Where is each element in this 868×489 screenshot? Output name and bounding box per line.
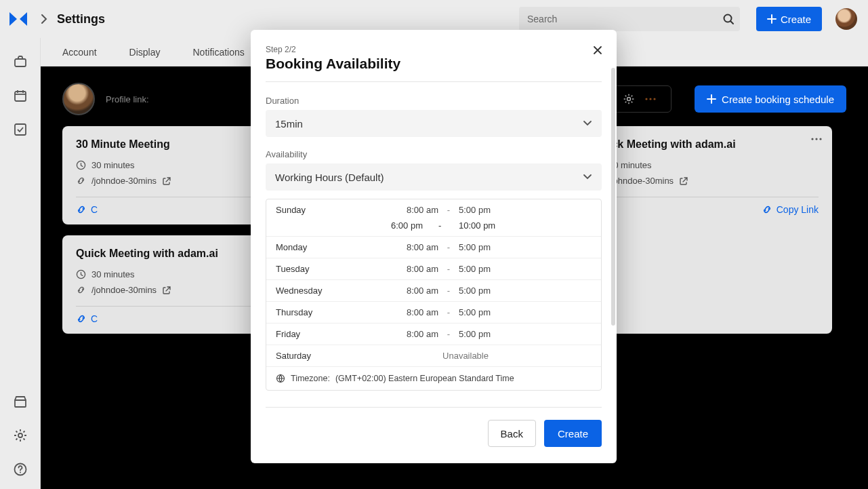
create-booking-schedule-label: Create booking schedule xyxy=(722,94,834,105)
modal-title: Booking Availability xyxy=(266,56,602,72)
booking-section: Profile link: Create booking schedule xyxy=(41,66,868,489)
close-icon xyxy=(592,45,603,56)
availability-row: Thursday 8:00 am - 5:00 pm xyxy=(266,302,601,324)
divider xyxy=(608,197,819,197)
availability-row: Friday 8:00 am - 5:00 pm xyxy=(266,324,601,345)
svg-point-12 xyxy=(645,98,647,100)
create-button[interactable]: Create xyxy=(544,420,602,447)
back-button[interactable]: Back xyxy=(488,420,536,447)
svg-rect-3 xyxy=(15,92,26,101)
page-title: Settings xyxy=(57,12,105,26)
chevron-right-icon xyxy=(41,14,47,24)
clock-icon xyxy=(76,160,86,170)
globe-icon xyxy=(276,374,285,383)
availability-table: Sunday 8:00 am - 5:00 pm 6:00 pm - 10:00… xyxy=(266,199,602,391)
create-button-label: Create xyxy=(781,14,811,25)
svg-point-17 xyxy=(811,138,813,140)
availability-row: Wednesday 8:00 am - 5:00 pm xyxy=(266,280,601,302)
chevron-down-icon xyxy=(583,120,592,127)
checklist-icon[interactable] xyxy=(13,122,28,137)
availability-label: Availability xyxy=(266,149,602,159)
tab-display[interactable]: Display xyxy=(129,47,161,58)
svg-point-13 xyxy=(649,98,651,100)
content-area: Account Display Notifications Profile li… xyxy=(41,38,868,489)
svg-point-14 xyxy=(653,98,655,100)
profile-link-label: Profile link: xyxy=(106,94,149,104)
divider xyxy=(266,407,602,408)
gear-icon[interactable] xyxy=(13,428,28,443)
schedule-card-link: /johndoe-30mins xyxy=(608,176,819,186)
copy-link-button[interactable]: Copy Link xyxy=(608,204,819,215)
gear-icon xyxy=(623,93,635,105)
modal-close-button[interactable] xyxy=(592,45,603,58)
svg-point-8 xyxy=(18,433,22,437)
card-action-left[interactable]: C xyxy=(76,313,98,324)
search-input[interactable] xyxy=(519,7,740,31)
svg-point-10 xyxy=(20,472,21,473)
search-box[interactable] xyxy=(519,7,740,31)
create-button[interactable]: Create xyxy=(756,7,822,31)
store-icon[interactable] xyxy=(13,394,28,409)
timezone-value: (GMT+02:00) Eastern European Standard Ti… xyxy=(335,374,514,383)
profile-avatar[interactable] xyxy=(62,83,95,115)
external-link-icon[interactable] xyxy=(162,286,171,295)
duration-label: Duration xyxy=(266,96,602,106)
availability-row: Sunday 8:00 am - 5:00 pm xyxy=(266,199,601,218)
availability-value: Working Hours (Default) xyxy=(275,172,384,183)
duration-value: 15min xyxy=(275,118,303,130)
availability-row: Saturday Unavailable xyxy=(266,345,601,367)
ellipsis-icon xyxy=(644,97,657,101)
briefcase-icon[interactable] xyxy=(13,54,28,69)
timezone-label: Timezone: xyxy=(291,374,330,383)
plus-icon xyxy=(707,94,716,104)
card-menu-icon[interactable] xyxy=(810,137,823,141)
link-icon xyxy=(76,176,86,186)
link-icon xyxy=(76,313,87,324)
modal-scrollbar[interactable] xyxy=(611,68,615,339)
svg-rect-2 xyxy=(15,59,26,66)
duration-select[interactable]: 15min xyxy=(266,110,602,137)
svg-point-18 xyxy=(815,138,817,140)
schedule-settings-button[interactable] xyxy=(608,85,671,113)
svg-point-19 xyxy=(819,138,821,140)
booking-availability-modal: Step 2/2 Booking Availability Duration 1… xyxy=(251,30,617,463)
card-action-left[interactable]: C xyxy=(76,204,98,215)
availability-row: Monday 8:00 am - 5:00 pm xyxy=(266,237,601,258)
tab-notifications[interactable]: Notifications xyxy=(193,47,245,58)
svg-line-1 xyxy=(730,22,733,24)
tab-account[interactable]: Account xyxy=(62,47,97,58)
schedule-card-duration: 30 minutes xyxy=(608,160,819,170)
user-avatar[interactable] xyxy=(835,8,857,30)
app-logo-icon[interactable] xyxy=(8,11,28,27)
link-icon xyxy=(76,204,87,215)
external-link-icon[interactable] xyxy=(162,176,171,186)
scrollbar-thumb[interactable] xyxy=(611,68,615,326)
modal-footer: Back Create xyxy=(266,420,602,447)
external-link-icon[interactable] xyxy=(679,176,688,186)
link-icon xyxy=(76,285,86,295)
help-icon[interactable] xyxy=(13,462,28,477)
modal-step-label: Step 2/2 xyxy=(266,45,602,54)
search-icon[interactable] xyxy=(722,13,735,25)
chevron-down-icon xyxy=(583,174,592,180)
availability-row: 6:00 pm - 10:00 pm xyxy=(266,218,601,237)
availability-select[interactable]: Working Hours (Default) xyxy=(266,163,602,191)
divider xyxy=(266,81,602,82)
svg-point-11 xyxy=(627,98,631,101)
plus-icon xyxy=(767,14,777,24)
availability-row: Tuesday 8:00 am - 5:00 pm xyxy=(266,258,601,280)
create-booking-schedule-button[interactable]: Create booking schedule xyxy=(695,85,846,113)
clock-icon xyxy=(76,269,86,279)
calendar-icon[interactable] xyxy=(13,88,28,103)
svg-rect-7 xyxy=(15,124,26,135)
link-icon xyxy=(762,204,772,215)
left-nav xyxy=(0,38,41,489)
schedule-card-title: ick Meeting with adam.ai xyxy=(608,138,819,151)
timezone-row[interactable]: Timezone: (GMT+02:00) Eastern European S… xyxy=(266,367,601,390)
